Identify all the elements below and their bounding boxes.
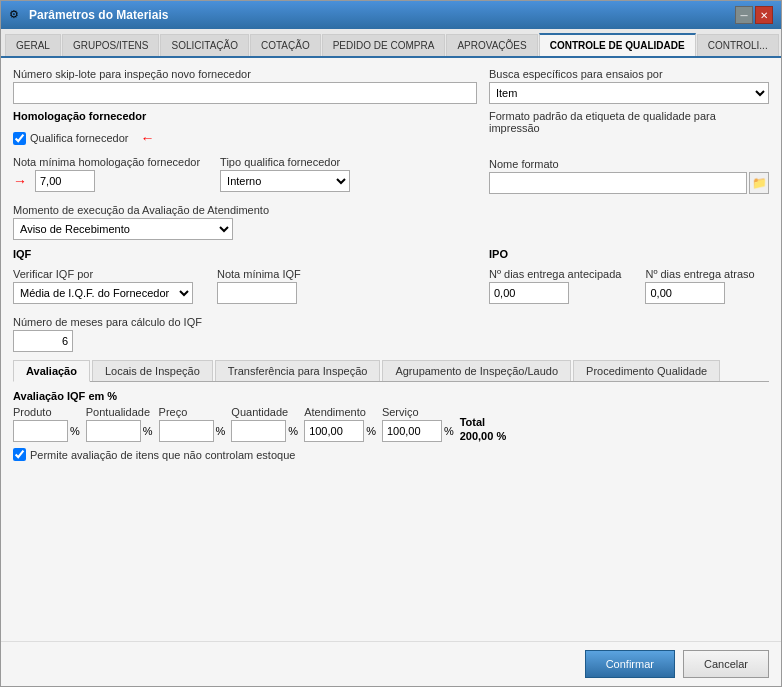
nome-formato-label: Nome formato: [489, 158, 769, 170]
quantidade-label: Quantidade: [231, 406, 298, 418]
tab-solicitacao[interactable]: SOLICITAÇÃO: [160, 34, 249, 56]
busca-label: Busca específicos para ensaios por: [489, 68, 769, 80]
red-arrow-right: →: [13, 173, 27, 189]
cancelar-button[interactable]: Cancelar: [683, 650, 769, 678]
confirmar-button[interactable]: Confirmar: [585, 650, 675, 678]
skip-lote-label: Número skip-lote para inspeção novo forn…: [13, 68, 477, 80]
preco-pct-row: %: [159, 420, 226, 442]
pontualidade-label: Pontualidade: [86, 406, 153, 418]
row-homologacao-header: Homologação fornecedor Qualifica fornece…: [13, 110, 769, 198]
momento-select[interactable]: Aviso de Recebimento Pedido de Compra: [13, 218, 233, 240]
sub-tab-avaliacao[interactable]: Avaliação: [13, 360, 90, 382]
atraso-label: Nº dias entrega atraso: [645, 268, 754, 280]
meses-input[interactable]: [13, 330, 73, 352]
col-busca: Busca específicos para ensaios por Item: [489, 68, 769, 104]
tipo-qualifica-select[interactable]: Interno Externo: [220, 170, 350, 192]
red-arrow-left: ←: [140, 130, 154, 146]
nota-iqf-label: Nota mínima IQF: [217, 268, 301, 280]
produto-pct-row: %: [13, 420, 80, 442]
tipo-qualifica-label: Tipo qualifica fornecedor: [220, 156, 350, 168]
tab-controle-qualidade[interactable]: CONTROLE DE QUALIDADE: [539, 33, 696, 56]
pontualidade-input[interactable]: [86, 420, 141, 442]
quantidade-pct-row: %: [231, 420, 298, 442]
quantidade-input[interactable]: [231, 420, 286, 442]
antecipada-input[interactable]: [489, 282, 569, 304]
formato-padrao-label: Formato padrão da etiqueta de qualidade …: [489, 110, 769, 134]
permite-label: Permite avaliação de itens que não contr…: [30, 449, 295, 461]
col-antecipada: Nº dias entrega antecipada: [489, 268, 621, 304]
title-buttons: ─ ✕: [735, 6, 773, 24]
atraso-input[interactable]: [645, 282, 725, 304]
atendimento-label: Atendimento: [304, 406, 376, 418]
col-nota-minima: Nota mínima homologação fornecedor →: [13, 156, 200, 192]
tab-grupos[interactable]: GRUPOS/ITENS: [62, 34, 160, 56]
avaliacao-content: Avaliação IQF em % Produto % Pontualidad…: [13, 390, 769, 461]
window-title: Parâmetros do Materiais: [29, 8, 168, 22]
window-icon: ⚙: [9, 8, 23, 22]
tab-geral[interactable]: GERAL: [5, 34, 61, 56]
col-homologacao: Homologação fornecedor Qualifica fornece…: [13, 110, 477, 198]
tab-controle2[interactable]: CONTROLI...: [697, 34, 779, 56]
tab-pedido[interactable]: PEDIDO DE COMPRA: [322, 34, 446, 56]
atendimento-pct: %: [366, 425, 376, 437]
col-atraso: Nº dias entrega atraso: [645, 268, 754, 304]
title-bar-left: ⚙ Parâmetros do Materiais: [9, 8, 168, 22]
row-verificar-nota: Verificar IQF por Média de I.Q.F. do For…: [13, 268, 477, 304]
antecipada-label: Nº dias entrega antecipada: [489, 268, 621, 280]
nome-formato-row: 📁: [489, 172, 769, 194]
produto-label: Produto: [13, 406, 80, 418]
servico-pct: %: [444, 425, 454, 437]
momento-label: Momento de execução da Avaliação de Aten…: [13, 204, 769, 216]
qualifica-row: Qualifica fornecedor ←: [13, 130, 477, 146]
title-bar: ⚙ Parâmetros do Materiais ─ ✕: [1, 1, 781, 29]
meses-label: Número de meses para cálculo do IQF: [13, 316, 769, 328]
ipo-label: IPO: [489, 248, 769, 260]
skip-lote-input[interactable]: [13, 82, 477, 104]
preco-input[interactable]: [159, 420, 214, 442]
col-servico: Serviço %: [382, 406, 454, 442]
total-label: Total: [460, 416, 506, 428]
col-momento: Momento de execução da Avaliação de Aten…: [13, 204, 769, 240]
row-nota-tipo: Nota mínima homologação fornecedor → Tip…: [13, 156, 477, 192]
nota-minima-input[interactable]: [35, 170, 95, 192]
col-formato: Formato padrão da etiqueta de qualidade …: [489, 110, 769, 194]
sub-tabs-bar: Avaliação Locais de Inspeção Transferênc…: [13, 360, 769, 382]
nota-iqf-input[interactable]: [217, 282, 297, 304]
verificar-select[interactable]: Média de I.Q.F. do Fornecedor Última not…: [13, 282, 193, 304]
sub-tab-agrupamento[interactable]: Agrupamento de Inspeção/Laudo: [382, 360, 571, 381]
nome-formato-input[interactable]: [489, 172, 747, 194]
busca-select[interactable]: Item: [489, 82, 769, 104]
qualifica-checkbox[interactable]: [13, 132, 26, 145]
nota-minima-label: Nota mínima homologação fornecedor: [13, 156, 200, 168]
col-pontualidade: Pontualidade %: [86, 406, 153, 442]
verificar-label: Verificar IQF por: [13, 268, 193, 280]
close-button[interactable]: ✕: [755, 6, 773, 24]
atendimento-input[interactable]: [304, 420, 364, 442]
preco-label: Preço: [159, 406, 226, 418]
sub-tab-transferencia[interactable]: Transferência para Inspeção: [215, 360, 381, 381]
produto-input[interactable]: [13, 420, 68, 442]
sub-tab-procedimento[interactable]: Procedimento Qualidade: [573, 360, 720, 381]
col-skip-lote: Número skip-lote para inspeção novo forn…: [13, 68, 477, 104]
permite-checkbox[interactable]: [13, 448, 26, 461]
atendimento-pct-row: %: [304, 420, 376, 442]
qualifica-label: Qualifica fornecedor: [30, 132, 128, 144]
avaliacao-grid: Produto % Pontualidade % Preço: [13, 406, 769, 442]
pontualidade-pct: %: [143, 425, 153, 437]
servico-input[interactable]: [382, 420, 442, 442]
homologacao-label: Homologação fornecedor: [13, 110, 477, 122]
col-produto: Produto %: [13, 406, 80, 442]
content-area: Número skip-lote para inspeção novo forn…: [1, 58, 781, 641]
folder-button[interactable]: 📁: [749, 172, 769, 194]
col-atendimento: Atendimento %: [304, 406, 376, 442]
sub-tab-locais[interactable]: Locais de Inspeção: [92, 360, 213, 381]
tab-cotacao[interactable]: COTAÇÃO: [250, 34, 321, 56]
row-skip-busca: Número skip-lote para inspeção novo forn…: [13, 68, 769, 104]
avaliacao-title: Avaliação IQF em %: [13, 390, 769, 402]
minimize-button[interactable]: ─: [735, 6, 753, 24]
col-tipo-qualifica: Tipo qualifica fornecedor Interno Extern…: [220, 156, 350, 192]
tab-aprovacoes[interactable]: APROVAÇÕES: [446, 34, 537, 56]
col-quantidade: Quantidade %: [231, 406, 298, 442]
col-preco: Preço %: [159, 406, 226, 442]
col-meses: Número de meses para cálculo do IQF: [13, 316, 769, 352]
